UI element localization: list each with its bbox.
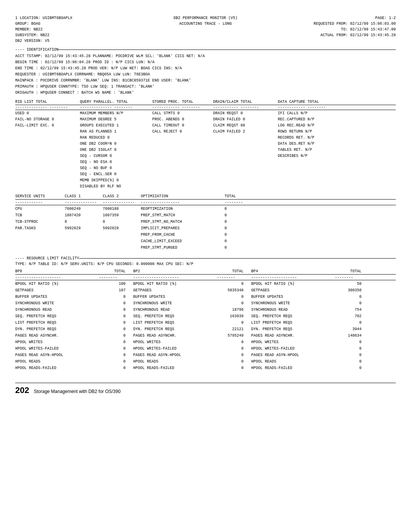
su-col5-header: TOTAL [225, 194, 255, 198]
bp-rows-container: BPOOL HIT RATIO (%) 100 BPOOL HIT RATIO … [15, 281, 396, 371]
bp-row-8: PAGES READ ASYNCHR. 0 PAGES READ ASYNCHR… [15, 332, 396, 339]
rid-row-8: SEQ - NO ESA 0 [15, 159, 396, 165]
rid-row-4: RAN REDUCED 0 RECORDS RET. N/P [15, 135, 396, 141]
rid-row-0: USED 0 MAXIMUM MEMBERS N/P CALL STMTS 0 … [15, 110, 396, 117]
rid-col5-header: DATA CAPTURE TOTAL [278, 100, 346, 104]
service-units-section: SERVICE UNITS CLASS 1 CLASS 2 OPTIMIZATI… [15, 194, 396, 251]
identification-title: ---- IDENTIFICATION [15, 48, 59, 52]
header-page: PAGE: 1-2 [269, 15, 396, 21]
ident-field-6: ORIGAUTH : HPQUSER CONNECT : BATCH WS NA… [15, 90, 396, 96]
bp0-total-header: TOTAL [99, 269, 133, 273]
bp2-header: BP2 [133, 269, 217, 273]
su-row-5: CACHE_LIMIT_EXCEED 0 [15, 238, 396, 244]
su-row-4: PREP_FROM_CACHE 0 [15, 232, 396, 238]
ident-field-5: PRIMAUTH : HPQUSER CONNTYPE: TSO LUW SEQ… [15, 84, 396, 90]
su-header: SERVICE UNITS CLASS 1 CLASS 2 OPTIMIZATI… [15, 194, 396, 200]
bp-row-5: SEQ. PREFETCH REQS 0 SEQ. PREFETCH REQS … [15, 313, 396, 320]
header-actual-from: ACTUAL FROM: 02/12/99 15:43:45.28 [206, 32, 396, 38]
su-col1-header: SERVICE UNITS [15, 194, 65, 198]
header-line-1: 1 LOCATION: USIBMT6BOAPLX DB2 PERFORMANC… [15, 15, 396, 21]
rid-list-col-divider: -------------- -------- -------------- -… [15, 105, 396, 110]
ident-field-4: MAINPACK : POCDRIVE CORRNMBR: 'BLANK' LU… [15, 78, 396, 84]
bp-row-4: SYNCHRONOUS READ 0 SYNCHRONOUS READ 1879… [15, 307, 396, 313]
rid-row-11: MEMB SKIPPED(%) 0 [15, 177, 396, 184]
rid-row-5: ONE DB2 COOR=N 0 DATA DES.RET N/P [15, 141, 396, 147]
identification-fields: ACCT TSTAMP: 02/12/99 15:43:45.28 PLANNA… [15, 53, 396, 96]
rid-row-10: SEQ - ENCL.SER 0 [15, 171, 396, 177]
footer-section: 202 Storage Management with DB2 for OS/3… [15, 383, 396, 395]
rid-col1-header: RID LIST TOTAL [15, 100, 80, 104]
ident-field-2: END TIME : 02/12/99 15:43:45.28 PROD VER… [15, 66, 396, 72]
bp-row-2: BUFFER UPDATES 0 BUFFER UPDATES 0 BUFFER… [15, 294, 396, 300]
su-col3-header: CLASS 2 [103, 194, 141, 198]
rid-row-2: FAIL-LIMIT EXC. 0 GROUPS EXECUTED 1 CALL… [15, 123, 396, 129]
header-db2-version: DB2 VERSION: V5 [15, 38, 396, 44]
bp4-total-header: TOTAL [335, 269, 369, 273]
ident-field-3: REQUESTER : USIBMT6BOAPLX CORRNAME: RBQ0… [15, 72, 396, 78]
header-section: 1 LOCATION: USIBMT6BOAPLX DB2 PERFORMANC… [15, 15, 396, 44]
header-trace: ACCOUNTING TRACE - LONG [142, 21, 269, 27]
bp-row-7: DYN. PREFETCH REQS 0 DYN. PREFETCH REQS … [15, 326, 396, 332]
bp0-header: BP0 [15, 269, 99, 273]
rid-col3-header: STORED PROC. TOTAL [152, 100, 213, 104]
bp-header: BP0 TOTAL BP2 TOTAL BP4 TOTAL [15, 269, 396, 275]
header-line-4: SUBSYSTEM: NB22 ACTUAL FROM: 02/12/99 15… [15, 32, 396, 38]
header-member: MEMBER: NB22 [15, 27, 206, 32]
identification-header: ---- IDENTIFICATION [15, 48, 396, 52]
rlf-title: ---- RESOURCE LIMIT FACILITY [15, 256, 79, 260]
rid-col2-header: QUERY PARALLEL. TOTAL [80, 100, 152, 104]
header-requested-from: REQUESTED FROM: 02/12/99 15:06:03.00 [269, 21, 396, 27]
rid-row-9: SEQ - NO BUF 0 [15, 165, 396, 171]
page-number: 202 [15, 385, 29, 395]
su-row-2: TCB-STPROC 0 0 PREP_STMT_NO_MATCH 0 [15, 219, 396, 225]
su-row-6: PREP_STMT_PURGED 0 [15, 244, 396, 251]
ident-field-1: BEGIN TIME : 02/12/99 15:06:04.28 PROD I… [15, 59, 396, 66]
bp-row-0: BPOOL HIT RATIO (%) 100 BPOOL HIT RATIO … [15, 281, 396, 287]
header-line-2: GROUP: BOAG ACCOUNTING TRACE - LONG REQU… [15, 21, 396, 27]
bp-divider: -------------------- -------- ----------… [15, 275, 396, 280]
header-line-5: DB2 VERSION: V5 [15, 38, 396, 44]
bp-row-9: HPOOL WRITES 0 HPOOL WRITES 0 HPOOL WRIT… [15, 339, 396, 345]
ident-field-0: ACCT TSTAMP: 02/12/99 15:43:45.28 PLANNA… [15, 53, 396, 59]
su-col2-header: CLASS 1 [65, 194, 103, 198]
su-row-3: PAR.TASKS 5992829 5992829 IMPLICIT_PREPA… [15, 225, 396, 232]
header-title: DB2 PERFORMANCE MONITOR (V5) [142, 15, 269, 21]
bp-row-12: HPOOL READS 0 HPOOL READS 0 HPOOL READS … [15, 358, 396, 365]
su-col4-header: OPTIMIZATION [141, 194, 225, 198]
bp-row-6: LIST PREFETCH REQS 0 LIST PREFETCH REQS … [15, 320, 396, 326]
su-divider: ------------ -------------- ------------… [15, 200, 396, 205]
rid-list-section: RID LIST TOTAL QUERY PARALLEL. TOTAL STO… [15, 100, 396, 190]
rlf-header: ---- RESOURCE LIMIT FACILITY [15, 256, 396, 260]
header-subsystem: SUBSYSTEM: NB22 [15, 32, 206, 38]
rid-row-3: RAN AS PLANNED 1 CALL REJECT 0 CLAIM FAI… [15, 129, 396, 135]
rid-list-col-headers: RID LIST TOTAL QUERY PARALLEL. TOTAL STO… [15, 100, 396, 105]
rid-row-1: FAIL-NO STORAGE 0 MAXIMUM DEGREE 5 PROC.… [15, 117, 396, 123]
bp-row-1: GETPAGES 107 GETPAGES 5835348 GETPAGES 3… [15, 287, 396, 294]
page-content: 1 LOCATION: USIBMT6BOAPLX DB2 PERFORMANC… [15, 15, 396, 395]
su-row-1: TCB 1607420 1607359 PREP_STMT_MATCH 0 [15, 212, 396, 219]
bp-row-10: HPOOL WRITES-FAILED 0 HPOOL WRITES-FAILE… [15, 345, 396, 352]
header-line-3: MEMBER: NB22 TO: 02/12/99 15:43:47.00 [15, 27, 396, 32]
header-to: TO: 02/12/99 15:43:47.00 [206, 27, 396, 32]
bp4-header: BP4 [251, 269, 335, 273]
bp2-total-header: TOTAL [217, 269, 251, 273]
footer-title: Storage Management with DB2 for OS/390 [34, 389, 121, 394]
rlf-type-line: TYPE: N/P TABLE ID: N/P SERV.UNITS: N/P … [15, 262, 396, 266]
rid-row-7: SEQ - CURSOR 0 DESCRIBES N/P [15, 153, 396, 159]
header-location: 1 LOCATION: USIBMT6BOAPLX [15, 15, 142, 21]
bp-row-3: SYNCHRONOUS WRITE 0 SYNCHRONOUS WRITE 0 … [15, 300, 396, 307]
bp-row-11: PAGES READ ASYN-HPOOL 0 PAGES READ ASYN-… [15, 352, 396, 358]
rid-row-12: DISABLED BY RLF NO [15, 184, 396, 190]
su-row-0: CPU 7600249 7600188 REOPTIMIZATION 0 [15, 206, 396, 212]
rid-col4-header: DRAIN/CLAIM TOTAL [213, 100, 278, 104]
bp-row-13: HPOOL READS-FAILED 0 HPOOL READS-FAILED … [15, 365, 396, 371]
resource-limit-section: ---- RESOURCE LIMIT FACILITY TYPE: N/P T… [15, 256, 396, 371]
header-group: GROUP: BOAG [15, 21, 142, 27]
rid-row-6: ONE DB2 ISOLAT 0 TABLES RET. N/P [15, 147, 396, 153]
